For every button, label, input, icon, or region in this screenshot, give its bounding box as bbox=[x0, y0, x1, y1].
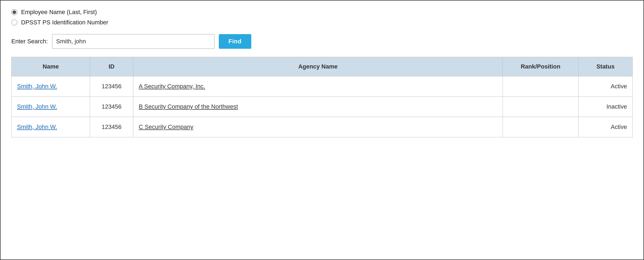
agency-link[interactable]: B Security Company of the Northwest bbox=[139, 103, 238, 110]
col-header-id: ID bbox=[90, 57, 133, 76]
id-cell: 123456 bbox=[90, 97, 133, 117]
name-link[interactable]: Smith, John W. bbox=[17, 123, 57, 130]
agency-cell: C Security Company bbox=[133, 117, 503, 137]
agency-link[interactable]: C Security Company bbox=[139, 123, 193, 130]
agency-cell: B Security Company of the Northwest bbox=[133, 97, 503, 117]
radio-option-name[interactable]: Employee Name (Last, First) bbox=[11, 9, 633, 16]
table-header-row: Name ID Agency Name Rank/Position Status bbox=[12, 57, 633, 76]
find-button[interactable]: Find bbox=[219, 34, 251, 49]
rank-cell bbox=[503, 76, 579, 97]
search-label: Enter Search: bbox=[11, 38, 48, 45]
table-row: Smith, John W.123456C Security CompanyAc… bbox=[12, 117, 633, 137]
id-cell: 123456 bbox=[90, 76, 133, 97]
rank-cell bbox=[503, 97, 579, 117]
col-header-name: Name bbox=[12, 57, 90, 76]
name-cell: Smith, John W. bbox=[12, 117, 90, 137]
radio-name-label: Employee Name (Last, First) bbox=[21, 9, 97, 16]
radio-name-input[interactable] bbox=[11, 9, 17, 15]
radio-id-label: DPSST PS Identification Number bbox=[21, 19, 108, 26]
radio-id-input[interactable] bbox=[11, 20, 17, 25]
status-cell: Inactive bbox=[579, 97, 633, 117]
name-link[interactable]: Smith, John W. bbox=[17, 103, 57, 110]
agency-cell: A Security Company, Inc. bbox=[133, 76, 503, 97]
col-header-agency: Agency Name bbox=[133, 57, 503, 76]
search-row: Enter Search: Find bbox=[11, 34, 633, 49]
table-row: Smith, John W.123456B Security Company o… bbox=[12, 97, 633, 117]
name-cell: Smith, John W. bbox=[12, 76, 90, 97]
search-type-group: Employee Name (Last, First) DPSST PS Ide… bbox=[11, 9, 633, 26]
col-header-status: Status bbox=[579, 57, 633, 76]
col-header-rank: Rank/Position bbox=[503, 57, 579, 76]
agency-link[interactable]: A Security Company, Inc. bbox=[139, 83, 205, 90]
results-table: Name ID Agency Name Rank/Position Status… bbox=[11, 57, 633, 137]
status-cell: Active bbox=[579, 76, 633, 97]
radio-option-id[interactable]: DPSST PS Identification Number bbox=[11, 19, 633, 26]
id-cell: 123456 bbox=[90, 117, 133, 137]
search-input[interactable] bbox=[52, 34, 214, 49]
name-cell: Smith, John W. bbox=[12, 97, 90, 117]
name-link[interactable]: Smith, John W. bbox=[17, 83, 57, 90]
status-cell: Active bbox=[579, 117, 633, 137]
table-row: Smith, John W.123456A Security Company, … bbox=[12, 76, 633, 97]
rank-cell bbox=[503, 117, 579, 137]
